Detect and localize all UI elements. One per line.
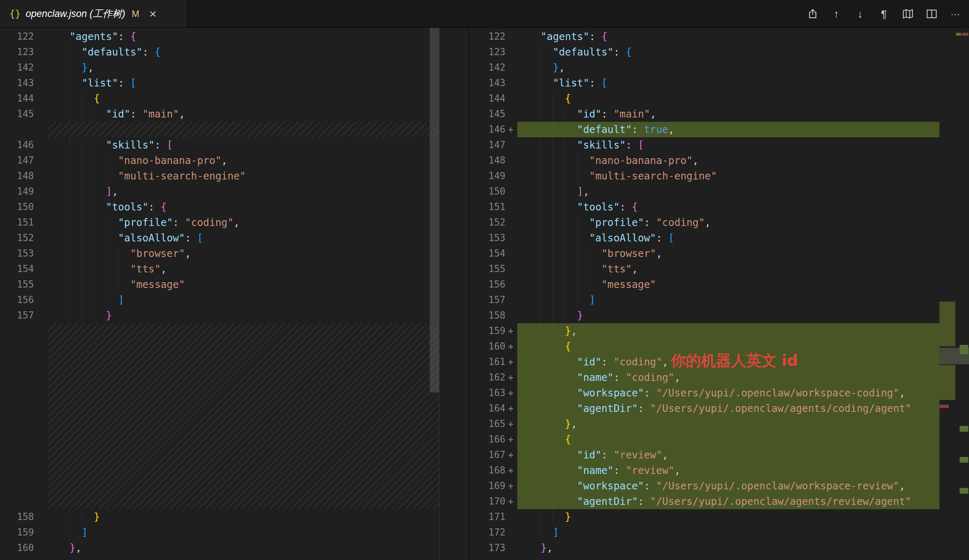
code-line[interactable]: 160},: [0, 540, 439, 556]
line-number[interactable]: 156: [470, 277, 505, 292]
line-number[interactable]: 148: [0, 168, 34, 184]
line-number[interactable]: 143: [0, 75, 34, 91]
split-editor-icon[interactable]: [925, 8, 938, 20]
code-text[interactable]: "skills": [: [48, 137, 439, 153]
line-number[interactable]: 161: [470, 354, 505, 370]
code-text[interactable]: {: [517, 339, 939, 354]
code-text[interactable]: "profile": "coding",: [48, 215, 439, 230]
line-number[interactable]: 158: [470, 308, 505, 323]
line-number[interactable]: 166: [470, 432, 505, 447]
code-text[interactable]: {: [517, 91, 939, 106]
line-number[interactable]: 148: [470, 153, 505, 168]
line-number[interactable]: 171: [470, 509, 505, 525]
code-line[interactable]: 144{: [0, 91, 439, 106]
code-text[interactable]: "alsoAllow": [: [48, 230, 439, 246]
code-line[interactable]: 153"browser",: [0, 246, 439, 261]
code-line[interactable]: 168+"name": "review",: [470, 463, 969, 478]
code-line[interactable]: 152"alsoAllow": [: [0, 230, 439, 246]
code-text[interactable]: "defaults": {: [517, 44, 939, 60]
next-change-icon[interactable]: ↓: [854, 8, 867, 20]
code-text[interactable]: "default": true,: [517, 122, 939, 137]
code-text[interactable]: "agentDir": "/Users/yupi/.openclaw/agent…: [517, 401, 939, 416]
code-line[interactable]: 162+"name": "coding",: [470, 370, 969, 385]
code-line[interactable]: 153"alsoAllow": [: [470, 230, 969, 246]
code-text[interactable]: ]: [517, 292, 939, 308]
code-text[interactable]: ]: [517, 525, 939, 540]
code-line[interactable]: 155"message": [0, 277, 439, 292]
line-number[interactable]: 147: [470, 137, 505, 153]
code-text[interactable]: "workspace": "/Users/yupi/.openclaw/work…: [517, 385, 939, 401]
line-number[interactable]: 144: [0, 91, 34, 106]
code-line[interactable]: 157}: [0, 308, 439, 323]
show-map-icon[interactable]: [901, 8, 914, 20]
code-text[interactable]: "name": "coding",: [517, 370, 939, 385]
code-text[interactable]: }: [48, 308, 439, 323]
code-line[interactable]: 159+},: [470, 323, 969, 339]
line-number[interactable]: 147: [0, 153, 34, 168]
code-text[interactable]: "id": "main",: [48, 106, 439, 122]
code-line[interactable]: 172]: [470, 525, 969, 540]
code-line[interactable]: 154"browser",: [470, 246, 969, 261]
code-text[interactable]: },: [517, 416, 939, 432]
code-text[interactable]: }: [48, 509, 439, 525]
line-number[interactable]: 159: [470, 323, 505, 339]
line-number[interactable]: 158: [0, 509, 34, 525]
code-line[interactable]: 164+"agentDir": "/Users/yupi/.openclaw/a…: [470, 401, 969, 416]
code-text[interactable]: "tools": {: [517, 199, 939, 215]
code-line[interactable]: 146+"default": true,: [470, 122, 969, 137]
code-line[interactable]: 155"tts",: [470, 261, 969, 277]
code-line[interactable]: 159]: [0, 525, 439, 540]
line-number[interactable]: 170: [470, 494, 505, 509]
code-line[interactable]: 122"agents": {: [470, 29, 969, 44]
code-text[interactable]: "nano-banana-pro",: [517, 153, 939, 168]
code-text[interactable]: },: [517, 323, 939, 339]
code-line[interactable]: 161+"id": "coding",: [470, 354, 969, 370]
line-number[interactable]: 152: [470, 215, 505, 230]
code-text[interactable]: "id": "coding",: [517, 354, 939, 370]
line-number[interactable]: [0, 122, 34, 137]
code-line[interactable]: 149"multi-search-engine": [470, 168, 969, 184]
code-line[interactable]: 157]: [470, 292, 969, 308]
line-number[interactable]: 143: [470, 75, 505, 91]
line-number[interactable]: 123: [0, 44, 34, 60]
line-number[interactable]: 144: [470, 91, 505, 106]
code-text[interactable]: "message": [517, 277, 939, 292]
code-text[interactable]: "id": "review",: [517, 447, 939, 463]
code-line[interactable]: 143"list": [: [470, 75, 969, 91]
line-number[interactable]: 157: [470, 292, 505, 308]
code-line[interactable]: 169+"workspace": "/Users/yupi/.openclaw/…: [470, 478, 969, 494]
line-number[interactable]: 169: [470, 478, 505, 494]
code-text[interactable]: "browser",: [48, 246, 439, 261]
code-line[interactable]: 142},: [470, 60, 969, 75]
code-line[interactable]: 160+{: [470, 339, 969, 354]
code-text[interactable]: "skills": [: [517, 137, 939, 153]
code-text[interactable]: "tts",: [517, 261, 939, 277]
code-line[interactable]: 123"defaults": {: [470, 44, 969, 60]
tab-close-icon[interactable]: ×: [149, 7, 157, 21]
line-number[interactable]: 163: [470, 385, 505, 401]
code-line[interactable]: 171}: [470, 509, 969, 525]
more-actions-icon[interactable]: ···: [949, 8, 962, 20]
scrollbar-thumb[interactable]: [430, 28, 439, 392]
line-number[interactable]: 151: [0, 215, 34, 230]
code-text[interactable]: }: [517, 509, 939, 525]
line-number[interactable]: 145: [0, 106, 34, 122]
line-number[interactable]: 173: [470, 540, 505, 556]
line-number[interactable]: 122: [470, 29, 505, 44]
code-text[interactable]: "name": "review",: [517, 463, 939, 478]
code-line[interactable]: 151"tools": {: [470, 199, 969, 215]
code-text[interactable]: "id": "main",: [517, 106, 939, 122]
code-line[interactable]: 150],: [470, 184, 969, 199]
code-line[interactable]: 123"defaults": {: [0, 44, 439, 60]
line-number[interactable]: 146: [470, 122, 505, 137]
code-text[interactable]: },: [517, 60, 939, 75]
code-line[interactable]: 156"message": [470, 277, 969, 292]
diff-sash[interactable]: [439, 28, 470, 560]
code-text[interactable]: "browser",: [517, 246, 939, 261]
line-number[interactable]: 150: [0, 199, 34, 215]
code-line[interactable]: 170+"agentDir": "/Users/yupi/.openclaw/a…: [470, 494, 969, 509]
code-text[interactable]: "agents": {: [517, 29, 939, 44]
code-line[interactable]: 146"skills": [: [0, 137, 439, 153]
code-text[interactable]: "list": [: [48, 75, 439, 91]
code-text[interactable]: "list": [: [517, 75, 939, 91]
